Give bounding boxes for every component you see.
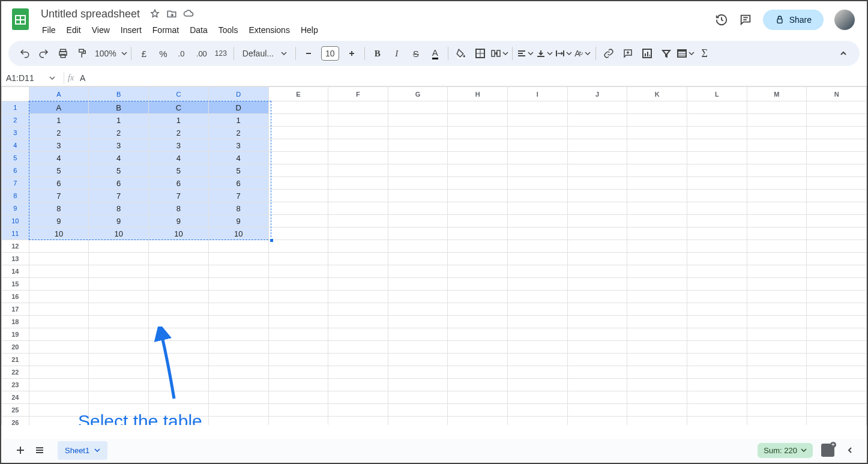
cell[interactable] [89, 391, 149, 404]
cell[interactable] [268, 328, 328, 341]
cell[interactable] [268, 215, 328, 227]
menu-file[interactable]: File [37, 23, 61, 37]
cell[interactable] [268, 227, 328, 240]
cell[interactable]: 3 [208, 139, 268, 152]
cell[interactable] [448, 417, 508, 426]
cell[interactable] [448, 316, 508, 328]
cell[interactable] [508, 328, 568, 341]
cell[interactable] [807, 152, 867, 164]
cell[interactable]: 1 [29, 114, 89, 127]
rotation-button[interactable]: A↻ [574, 44, 592, 62]
cell[interactable] [388, 341, 448, 354]
cell[interactable] [627, 190, 687, 202]
cell[interactable] [508, 215, 568, 227]
cell[interactable] [448, 341, 508, 354]
cell[interactable] [388, 404, 448, 417]
col-header[interactable]: B [89, 87, 149, 101]
row-header[interactable]: 6 [2, 164, 29, 177]
cell[interactable] [567, 328, 627, 341]
cell[interactable] [448, 177, 508, 190]
cell[interactable]: 3 [149, 139, 209, 152]
cell[interactable] [268, 366, 328, 379]
cell[interactable] [448, 101, 508, 114]
cell[interactable] [268, 379, 328, 391]
cell[interactable] [149, 265, 209, 278]
cell[interactable] [747, 404, 807, 417]
row-header[interactable]: 11 [2, 227, 29, 240]
cell[interactable] [149, 240, 209, 253]
cell[interactable] [508, 265, 568, 278]
row-header[interactable]: 4 [2, 139, 29, 152]
cell[interactable] [388, 114, 448, 127]
cell[interactable]: 6 [208, 177, 268, 190]
cell[interactable] [567, 341, 627, 354]
cell[interactable] [328, 152, 388, 164]
cell[interactable] [687, 354, 747, 366]
cell[interactable] [328, 139, 388, 152]
cell[interactable] [807, 391, 867, 404]
chart-button[interactable] [638, 44, 656, 62]
cell[interactable] [687, 328, 747, 341]
cell[interactable] [567, 366, 627, 379]
cell[interactable] [268, 240, 328, 253]
cell[interactable] [567, 114, 627, 127]
zoom-selector[interactable]: 100% [92, 49, 127, 58]
wrap-button[interactable] [555, 44, 573, 62]
cell[interactable] [448, 366, 508, 379]
cell[interactable] [388, 227, 448, 240]
cell[interactable] [627, 278, 687, 291]
col-header[interactable]: J [567, 87, 627, 101]
cell[interactable] [328, 391, 388, 404]
cell[interactable] [627, 379, 687, 391]
formula-bar[interactable]: A [80, 73, 85, 83]
add-sheet-button[interactable] [11, 441, 30, 460]
cell[interactable] [687, 152, 747, 164]
cell[interactable] [627, 291, 687, 303]
col-header[interactable]: M [747, 87, 807, 101]
col-header[interactable]: I [508, 87, 568, 101]
col-header[interactable]: C [149, 87, 209, 101]
cell[interactable] [747, 152, 807, 164]
menu-insert[interactable]: Insert [116, 23, 146, 37]
cell[interactable] [29, 240, 89, 253]
cell[interactable] [627, 152, 687, 164]
cell[interactable] [807, 366, 867, 379]
cell[interactable] [807, 379, 867, 391]
cell[interactable] [208, 303, 268, 316]
cell[interactable] [208, 316, 268, 328]
cell[interactable] [268, 101, 328, 114]
cell[interactable] [328, 265, 388, 278]
row-header[interactable]: 24 [2, 391, 29, 404]
move-icon[interactable] [166, 8, 177, 19]
cell[interactable] [627, 316, 687, 328]
cell[interactable] [89, 354, 149, 366]
menu-extensions[interactable]: Extensions [244, 23, 294, 37]
row-header[interactable]: 9 [2, 202, 29, 215]
cell[interactable]: 5 [29, 164, 89, 177]
cell[interactable]: 2 [149, 127, 209, 139]
filter-button[interactable] [657, 44, 675, 62]
cell[interactable] [508, 379, 568, 391]
cell[interactable] [508, 341, 568, 354]
cell[interactable] [388, 366, 448, 379]
cell[interactable] [208, 278, 268, 291]
cell[interactable] [29, 391, 89, 404]
menu-view[interactable]: View [87, 23, 115, 37]
cell[interactable] [29, 366, 89, 379]
cell[interactable]: C [149, 101, 209, 114]
cell[interactable] [807, 328, 867, 341]
cell[interactable] [627, 227, 687, 240]
cell[interactable] [687, 101, 747, 114]
cell[interactable] [747, 114, 807, 127]
menu-format[interactable]: Format [148, 23, 184, 37]
cell[interactable] [508, 190, 568, 202]
v-align-button[interactable] [535, 44, 553, 62]
cell[interactable] [448, 240, 508, 253]
cell[interactable] [149, 278, 209, 291]
menu-tools[interactable]: Tools [214, 23, 243, 37]
cell[interactable] [747, 265, 807, 278]
cell[interactable] [328, 202, 388, 215]
cell[interactable] [567, 240, 627, 253]
strikethrough-button[interactable]: S [407, 44, 425, 62]
row-header[interactable]: 18 [2, 316, 29, 328]
